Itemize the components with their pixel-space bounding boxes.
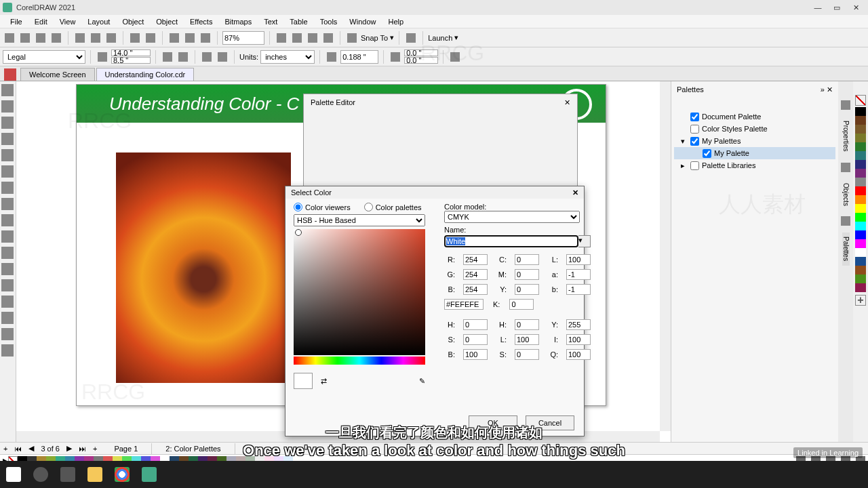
tab-objects[interactable]: Objects — [842, 179, 850, 210]
color-swatch[interactable] — [855, 230, 866, 239]
color-swatch[interactable] — [855, 125, 866, 134]
dialog-close-icon[interactable]: ✕ — [572, 188, 578, 197]
chrome-button[interactable] — [108, 461, 136, 488]
treat-as-button[interactable] — [448, 50, 462, 64]
color-palettes-radio[interactable]: Color palettes — [364, 203, 422, 211]
add-page-icon[interactable]: + — [0, 445, 11, 453]
cut-button[interactable] — [73, 31, 87, 45]
rectangle-tool-icon[interactable] — [1, 182, 14, 194]
menu-table[interactable]: Table — [283, 18, 313, 26]
dock-tab-icon2[interactable] — [841, 163, 850, 172]
launch-label[interactable]: Launch — [428, 34, 452, 42]
swap-icon[interactable]: ⇄ — [321, 377, 327, 386]
minimize-button[interactable]: — — [808, 1, 827, 14]
color-swatch[interactable] — [855, 257, 866, 266]
menu-text[interactable]: Text — [258, 18, 283, 26]
allpages-button[interactable] — [200, 50, 214, 64]
tab-welcome[interactable]: Welcome Screen — [20, 68, 95, 81]
ok-button[interactable]: OK — [469, 415, 517, 430]
color-swatch[interactable] — [855, 151, 866, 160]
menu-object[interactable]: Object — [116, 18, 150, 26]
color-viewer-combo[interactable]: HSB - Hue Based — [294, 214, 425, 226]
print-button[interactable] — [50, 31, 63, 45]
b-lab-input[interactable] — [566, 284, 591, 295]
color-swatch[interactable] — [855, 222, 866, 230]
pick-tool-icon[interactable] — [1, 84, 14, 96]
ellipse-tool-icon[interactable] — [1, 198, 14, 210]
next-page-icon[interactable]: ▶ — [63, 444, 75, 453]
libs-item[interactable]: Palette Libraries — [702, 159, 756, 171]
dock-close-icon[interactable]: ✕ — [827, 85, 833, 94]
add-page-after-icon[interactable]: + — [90, 445, 100, 453]
palette-editor-close-icon[interactable]: ✕ — [564, 98, 570, 107]
select-color-dialog[interactable]: Select Color ✕ Color viewers Color palet… — [285, 186, 585, 436]
redo-button[interactable] — [144, 31, 157, 45]
last-page-icon[interactable]: ⏭ — [75, 445, 90, 453]
y-input[interactable] — [515, 284, 539, 295]
colorstyles-item[interactable]: Color Styles Palette — [702, 123, 768, 135]
home-icon[interactable] — [4, 68, 16, 81]
first-page-icon[interactable]: ⏮ — [11, 445, 25, 453]
options-button[interactable] — [404, 31, 418, 45]
l-input[interactable] — [566, 254, 591, 265]
no-color-swatch[interactable] — [855, 95, 866, 106]
y-yiq-input[interactable] — [566, 319, 591, 330]
taskview-button[interactable] — [54, 461, 81, 488]
shape-tool-icon[interactable] — [1, 100, 14, 113]
snap-icon[interactable] — [345, 31, 359, 45]
nudge-icon[interactable] — [325, 50, 338, 64]
page-height-input[interactable] — [111, 57, 151, 64]
artistic-tool-icon[interactable] — [1, 165, 14, 178]
color-swatch[interactable] — [855, 274, 866, 283]
a-input[interactable] — [566, 269, 591, 280]
l-hls-input[interactable] — [515, 334, 539, 345]
explorer-button[interactable] — [81, 461, 108, 488]
text-tool-icon[interactable] — [1, 230, 14, 243]
color-swatch[interactable] — [855, 248, 866, 257]
landscape-button[interactable] — [176, 50, 190, 64]
undo-button[interactable] — [128, 31, 142, 45]
open-button[interactable] — [18, 31, 32, 45]
doc-palette-check[interactable] — [690, 113, 699, 121]
color-swatch[interactable] — [855, 134, 866, 142]
color-swatch[interactable] — [855, 178, 866, 186]
color-swatch[interactable] — [855, 213, 866, 222]
color-swatch[interactable] — [855, 239, 866, 248]
color-swatch[interactable] — [855, 283, 866, 292]
dock-tab-icon1[interactable] — [841, 100, 850, 110]
page-size-icon[interactable] — [96, 50, 109, 64]
dup-icon[interactable] — [389, 50, 402, 64]
fill-tool-icon[interactable] — [1, 328, 14, 340]
rulers-button[interactable] — [290, 31, 304, 45]
menu-effects[interactable]: Effects — [184, 18, 218, 26]
coreldraw-button[interactable] — [136, 461, 163, 488]
copy-button[interactable] — [89, 31, 102, 45]
libs-check[interactable] — [690, 161, 699, 170]
r-input[interactable] — [463, 254, 488, 265]
freehand-tool-icon[interactable] — [1, 149, 14, 161]
tab-properties[interactable]: Properties — [842, 117, 850, 156]
page-2-tab[interactable]: 2: Color Palettes — [152, 443, 235, 454]
menu-tools[interactable]: Tools — [314, 18, 344, 26]
color-swatch[interactable] — [855, 204, 866, 213]
eyedropper-icon[interactable]: ✎ — [419, 377, 425, 386]
cancel-button[interactable]: Cancel — [526, 415, 574, 430]
menu-layout[interactable]: Layout — [81, 18, 116, 26]
tab-document[interactable]: Understanding Color.cdr — [96, 68, 195, 81]
s-hsb-input[interactable] — [463, 334, 488, 345]
prev-page-icon[interactable]: ◀ — [25, 444, 37, 453]
units-combo[interactable]: inches — [260, 50, 315, 64]
h-hsb-input[interactable] — [463, 319, 488, 330]
color-swatch[interactable] — [855, 160, 866, 169]
color-swatch[interactable] — [855, 116, 866, 125]
b-rgb-input[interactable] — [463, 284, 488, 295]
s-hls-input[interactable] — [515, 349, 539, 360]
paste-button[interactable] — [104, 31, 118, 45]
dock-tab-icon3[interactable] — [841, 216, 850, 226]
maximize-button[interactable]: ▭ — [827, 1, 846, 14]
color-cursor-icon[interactable] — [295, 229, 302, 236]
fullscreen-button[interactable] — [275, 31, 288, 45]
color-swatch[interactable] — [855, 195, 866, 204]
search-button[interactable] — [27, 461, 54, 488]
m-input[interactable] — [515, 269, 539, 280]
